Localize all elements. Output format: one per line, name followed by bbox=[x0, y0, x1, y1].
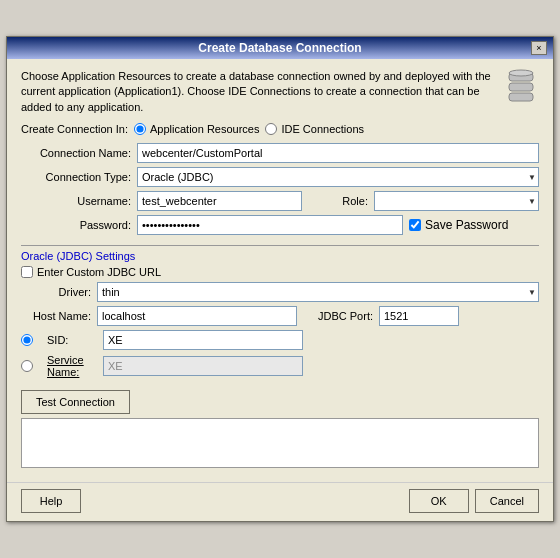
jdbc-port-input[interactable] bbox=[379, 306, 459, 326]
close-button[interactable]: × bbox=[531, 41, 547, 55]
ok-button[interactable]: OK bbox=[409, 489, 469, 513]
password-input[interactable] bbox=[137, 215, 403, 235]
app-resources-option[interactable]: Application Resources bbox=[134, 123, 259, 135]
hostname-port-row: Host Name: JDBC Port: bbox=[21, 306, 539, 326]
jdbc-port-label: JDBC Port: bbox=[303, 310, 373, 322]
sid-input[interactable] bbox=[103, 330, 303, 350]
connection-type-select-wrap: Oracle (JDBC) bbox=[137, 167, 539, 187]
header-description: Choose Application Resources to create a… bbox=[21, 69, 493, 115]
cancel-button[interactable]: Cancel bbox=[475, 489, 539, 513]
driver-select[interactable]: thin bbox=[97, 282, 539, 302]
username-role-row: Username: Role: bbox=[21, 191, 539, 211]
create-connection-in-row: Create Connection In: Application Resour… bbox=[21, 123, 539, 135]
connection-type-select[interactable]: Oracle (JDBC) bbox=[137, 167, 539, 187]
ide-connections-label: IDE Connections bbox=[281, 123, 364, 135]
custom-jdbc-checkbox[interactable] bbox=[21, 266, 33, 278]
help-button[interactable]: Help bbox=[21, 489, 81, 513]
role-label: Role: bbox=[308, 195, 368, 207]
app-resources-label: Application Resources bbox=[150, 123, 259, 135]
service-name-row: Service Name: bbox=[21, 354, 539, 378]
service-name-input[interactable] bbox=[103, 356, 303, 376]
connection-type-label: Connection Type: bbox=[21, 171, 131, 183]
custom-jdbc-row: Enter Custom JDBC URL bbox=[21, 266, 539, 278]
svg-rect-1 bbox=[509, 83, 533, 91]
password-row: Password: Save Password bbox=[21, 215, 539, 235]
save-password-checkbox[interactable] bbox=[409, 219, 421, 231]
username-label: Username: bbox=[21, 195, 131, 207]
oracle-settings-title: Oracle (JDBC) Settings bbox=[21, 245, 539, 262]
connection-name-row: Connection Name: bbox=[21, 143, 539, 163]
service-name-radio[interactable] bbox=[21, 360, 33, 372]
svg-point-3 bbox=[509, 70, 533, 76]
connection-name-input[interactable] bbox=[137, 143, 539, 163]
role-select-wrap bbox=[374, 191, 539, 211]
dialog-content: Choose Application Resources to create a… bbox=[7, 59, 553, 478]
title-bar: Create Database Connection × bbox=[7, 37, 553, 59]
window-title: Create Database Connection bbox=[29, 41, 531, 55]
driver-select-wrap: thin bbox=[97, 282, 539, 302]
main-window: Create Database Connection × Choose Appl… bbox=[6, 36, 554, 522]
oracle-settings-section: Oracle (JDBC) Settings Enter Custom JDBC… bbox=[21, 243, 539, 378]
create-in-label: Create Connection In: bbox=[21, 123, 128, 135]
connection-type-row: Connection Type: Oracle (JDBC) bbox=[21, 167, 539, 187]
output-area bbox=[21, 418, 539, 468]
app-resources-radio[interactable] bbox=[134, 123, 146, 135]
service-name-label: Service Name: bbox=[47, 354, 97, 378]
ide-connections-radio[interactable] bbox=[265, 123, 277, 135]
test-connection-area: Test Connection bbox=[21, 390, 539, 468]
sid-label: SID: bbox=[47, 334, 97, 346]
hostname-label: Host Name: bbox=[21, 310, 91, 322]
test-connection-button[interactable]: Test Connection bbox=[21, 390, 130, 414]
window-controls: × bbox=[531, 41, 547, 55]
sid-radio[interactable] bbox=[21, 334, 33, 346]
role-select[interactable] bbox=[374, 191, 539, 211]
custom-jdbc-label: Enter Custom JDBC URL bbox=[37, 266, 161, 278]
connection-name-label: Connection Name: bbox=[21, 147, 131, 159]
svg-rect-2 bbox=[509, 93, 533, 101]
sid-row: SID: bbox=[21, 330, 539, 350]
save-password-label: Save Password bbox=[425, 218, 508, 232]
driver-label: Driver: bbox=[21, 286, 91, 298]
ok-cancel-group: OK Cancel bbox=[409, 489, 539, 513]
driver-row: Driver: thin bbox=[21, 282, 539, 302]
save-password-wrap: Save Password bbox=[409, 218, 539, 232]
database-icon bbox=[503, 69, 539, 105]
username-input[interactable] bbox=[137, 191, 302, 211]
hostname-input[interactable] bbox=[97, 306, 297, 326]
ide-connections-option[interactable]: IDE Connections bbox=[265, 123, 364, 135]
main-form: Connection Name: Connection Type: Oracle… bbox=[21, 143, 539, 235]
header-area: Choose Application Resources to create a… bbox=[21, 69, 539, 115]
password-label: Password: bbox=[21, 219, 131, 231]
bottom-bar: Help OK Cancel bbox=[7, 482, 553, 521]
